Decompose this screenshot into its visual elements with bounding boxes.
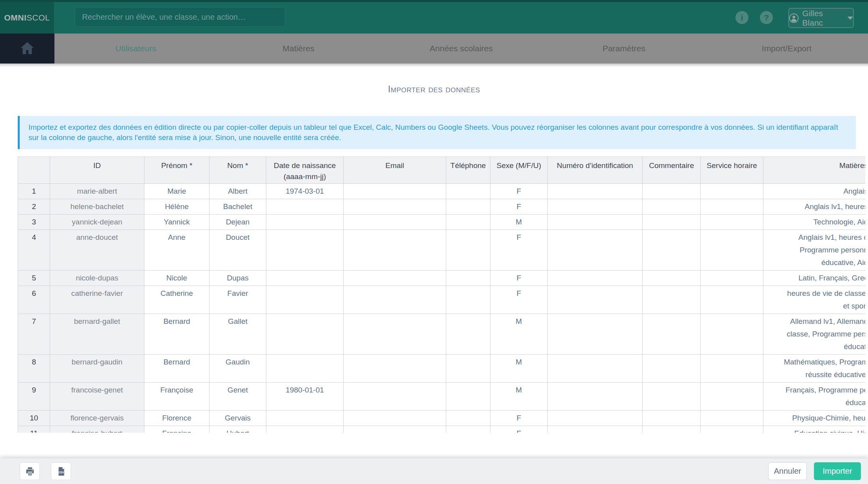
cell-id[interactable]: marie-albert bbox=[50, 184, 144, 199]
cell-commentaire[interactable] bbox=[643, 411, 701, 426]
print-button[interactable] bbox=[20, 462, 40, 480]
cell-prenom[interactable]: Catherine bbox=[144, 286, 210, 314]
column-header-Prénom *[interactable]: Prénom * bbox=[144, 157, 210, 184]
nav-tab-utilisateurs[interactable]: Utilisateurs bbox=[54, 34, 217, 64]
cell-num[interactable]: 2 bbox=[18, 199, 50, 215]
cell-num[interactable]: 8 bbox=[18, 355, 50, 383]
cell-numero[interactable] bbox=[548, 411, 643, 426]
cell-matieres[interactable]: Physique-Chimie, heur bbox=[763, 411, 866, 426]
cell-date[interactable] bbox=[266, 199, 344, 215]
cell-sexe[interactable]: F bbox=[490, 184, 548, 199]
cell-commentaire[interactable] bbox=[643, 199, 701, 215]
cell-matieres[interactable]: Latin, Français, Grec bbox=[763, 271, 866, 286]
cell-service[interactable] bbox=[701, 426, 763, 433]
cell-prenom[interactable]: Bernard bbox=[144, 355, 210, 383]
cell-num[interactable]: 1 bbox=[18, 184, 50, 199]
cell-tel[interactable] bbox=[446, 215, 490, 230]
cell-email[interactable] bbox=[344, 286, 446, 314]
column-header-row-number[interactable] bbox=[18, 157, 50, 184]
cell-commentaire[interactable] bbox=[643, 230, 701, 271]
cell-nom[interactable]: Bachelet bbox=[210, 199, 266, 215]
cell-commentaire[interactable] bbox=[643, 215, 701, 230]
cell-prenom[interactable]: Nicole bbox=[144, 271, 210, 286]
nav-tab-ann-es-scolaires[interactable]: Années scolaires bbox=[380, 34, 542, 64]
cell-commentaire[interactable] bbox=[643, 184, 701, 199]
cell-id[interactable]: bernard-gallet bbox=[50, 314, 144, 355]
column-header-Sexe (M/F/U)[interactable]: Sexe (M/F/U) bbox=[490, 157, 548, 184]
cell-id[interactable]: helene-bachelet bbox=[50, 199, 144, 215]
cell-prenom[interactable]: Anne bbox=[144, 230, 210, 271]
cell-tel[interactable] bbox=[446, 230, 490, 271]
cell-num[interactable]: 3 bbox=[18, 215, 50, 230]
nav-tab-mati-res[interactable]: Matières bbox=[217, 34, 380, 64]
cell-id[interactable]: anne-doucet bbox=[50, 230, 144, 271]
cell-sexe[interactable]: F bbox=[490, 230, 548, 271]
cell-id[interactable]: florence-gervais bbox=[50, 411, 144, 426]
cell-nom[interactable]: Gaudin bbox=[210, 355, 266, 383]
cell-email[interactable] bbox=[344, 383, 446, 411]
cell-tel[interactable] bbox=[446, 383, 490, 411]
export-csv-button[interactable]: CSV bbox=[51, 462, 71, 480]
cell-nom[interactable]: Doucet bbox=[210, 230, 266, 271]
app-logo[interactable]: OMNISCOL bbox=[0, 2, 54, 34]
cell-date[interactable] bbox=[266, 411, 344, 426]
cell-matieres[interactable]: Anglais lv1, heures dProgramme personnéd… bbox=[763, 230, 866, 271]
column-header-Commentaire[interactable]: Commentaire bbox=[643, 157, 701, 184]
cell-matieres[interactable]: Education civique, His bbox=[763, 426, 866, 433]
cell-numero[interactable] bbox=[548, 271, 643, 286]
cell-tel[interactable] bbox=[446, 355, 490, 383]
cell-email[interactable] bbox=[344, 355, 446, 383]
cell-id[interactable]: bernard-gaudin bbox=[50, 355, 144, 383]
cell-date[interactable] bbox=[266, 426, 344, 433]
cell-commentaire[interactable] bbox=[643, 355, 701, 383]
cell-service[interactable] bbox=[701, 286, 763, 314]
cell-matieres[interactable]: Anglais bbox=[763, 184, 866, 199]
cell-numero[interactable] bbox=[548, 426, 643, 433]
cell-id[interactable]: nicole-dupas bbox=[50, 271, 144, 286]
cell-num[interactable]: 11 bbox=[18, 426, 50, 433]
cell-num[interactable]: 6 bbox=[18, 286, 50, 314]
column-header-Nom *[interactable]: Nom * bbox=[210, 157, 266, 184]
cell-prenom[interactable]: Hélène bbox=[144, 199, 210, 215]
cell-commentaire[interactable] bbox=[643, 314, 701, 355]
nav-home-button[interactable] bbox=[0, 34, 54, 64]
cell-numero[interactable] bbox=[548, 215, 643, 230]
cell-prenom[interactable]: Florence bbox=[144, 411, 210, 426]
nav-tab-param-tres[interactable]: Paramètres bbox=[542, 34, 705, 64]
cell-date[interactable] bbox=[266, 314, 344, 355]
cell-nom[interactable]: Genet bbox=[210, 383, 266, 411]
cell-prenom[interactable]: Bernard bbox=[144, 314, 210, 355]
cell-tel[interactable] bbox=[446, 426, 490, 433]
cell-service[interactable] bbox=[701, 184, 763, 199]
cell-commentaire[interactable] bbox=[643, 383, 701, 411]
cell-date[interactable] bbox=[266, 215, 344, 230]
cell-service[interactable] bbox=[701, 355, 763, 383]
cell-matieres[interactable]: heures de vie de classe,et sport bbox=[763, 286, 866, 314]
cell-nom[interactable]: Dupas bbox=[210, 271, 266, 286]
cell-date[interactable]: 1980-01-01 bbox=[266, 383, 344, 411]
cell-sexe[interactable]: M bbox=[490, 355, 548, 383]
cell-date[interactable] bbox=[266, 355, 344, 383]
cell-id[interactable]: francine-hubert bbox=[50, 426, 144, 433]
cell-sexe[interactable]: F bbox=[490, 271, 548, 286]
cell-email[interactable] bbox=[344, 184, 446, 199]
info-icon[interactable]: i bbox=[735, 11, 748, 24]
cell-service[interactable] bbox=[701, 271, 763, 286]
cell-email[interactable] bbox=[344, 215, 446, 230]
cell-commentaire[interactable] bbox=[643, 271, 701, 286]
cell-sexe[interactable]: F bbox=[490, 286, 548, 314]
cell-id[interactable]: yannick-dejean bbox=[50, 215, 144, 230]
cell-nom[interactable]: Gallet bbox=[210, 314, 266, 355]
cell-num[interactable]: 10 bbox=[18, 411, 50, 426]
cell-email[interactable] bbox=[344, 271, 446, 286]
cell-nom[interactable]: Gervais bbox=[210, 411, 266, 426]
cell-date[interactable] bbox=[266, 271, 344, 286]
cell-nom[interactable]: Favier bbox=[210, 286, 266, 314]
cell-prenom[interactable]: Marie bbox=[144, 184, 210, 199]
cell-nom[interactable]: Dejean bbox=[210, 215, 266, 230]
cell-prenom[interactable]: Francine bbox=[144, 426, 210, 433]
column-header-Date de naissance (aaaa-mm-jj)[interactable]: Date de naissance (aaaa-mm-jj) bbox=[266, 157, 344, 184]
import-button[interactable]: Importer bbox=[814, 462, 861, 480]
cell-date[interactable] bbox=[266, 286, 344, 314]
cell-date[interactable] bbox=[266, 230, 344, 271]
